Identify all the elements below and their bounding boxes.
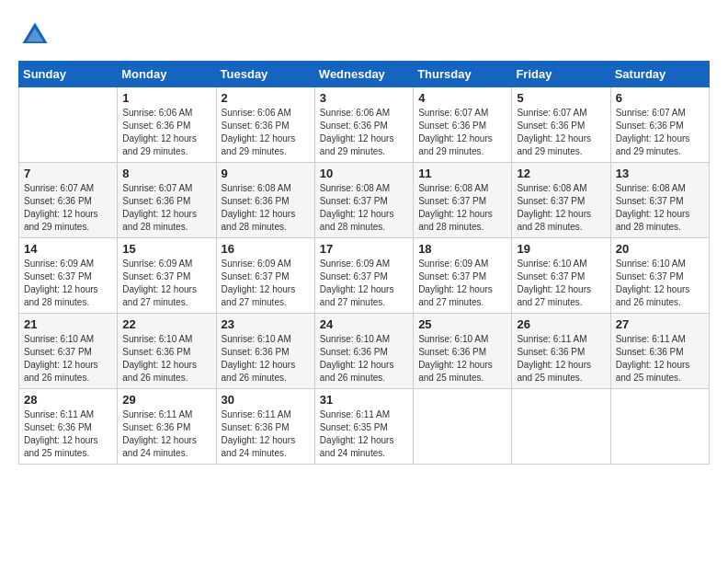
calendar-cell: 29Sunrise: 6:11 AM Sunset: 6:36 PM Dayli… xyxy=(118,389,216,465)
calendar-cell: 13Sunrise: 6:08 AM Sunset: 6:37 PM Dayli… xyxy=(610,163,709,238)
calendar-week-row: 21Sunrise: 6:10 AM Sunset: 6:37 PM Dayli… xyxy=(19,314,710,389)
calendar-cell: 21Sunrise: 6:10 AM Sunset: 6:37 PM Dayli… xyxy=(19,314,118,389)
calendar-table: SundayMondayTuesdayWednesdayThursdayFrid… xyxy=(18,61,710,465)
logo-icon xyxy=(18,18,51,52)
day-info: Sunrise: 6:06 AM Sunset: 6:36 PM Dayligh… xyxy=(122,107,210,158)
calendar-cell: 6Sunrise: 6:07 AM Sunset: 6:36 PM Daylig… xyxy=(610,87,709,163)
calendar-cell: 10Sunrise: 6:08 AM Sunset: 6:37 PM Dayli… xyxy=(314,163,413,238)
day-info: Sunrise: 6:08 AM Sunset: 6:37 PM Dayligh… xyxy=(517,182,605,234)
calendar-week-row: 14Sunrise: 6:09 AM Sunset: 6:37 PM Dayli… xyxy=(19,238,710,314)
calendar-cell: 15Sunrise: 6:09 AM Sunset: 6:37 PM Dayli… xyxy=(118,238,216,314)
day-info: Sunrise: 6:09 AM Sunset: 6:37 PM Dayligh… xyxy=(222,258,310,309)
calendar-cell: 14Sunrise: 6:09 AM Sunset: 6:37 PM Dayli… xyxy=(19,238,118,314)
page-header xyxy=(18,18,710,52)
day-info: Sunrise: 6:10 AM Sunset: 6:37 PM Dayligh… xyxy=(517,258,605,309)
calendar-cell: 18Sunrise: 6:09 AM Sunset: 6:37 PM Dayli… xyxy=(414,238,512,314)
calendar-cell xyxy=(512,389,610,465)
calendar-cell: 20Sunrise: 6:10 AM Sunset: 6:37 PM Dayli… xyxy=(610,238,709,314)
day-number: 11 xyxy=(418,167,506,180)
calendar-header-friday: Friday xyxy=(512,62,610,87)
day-number: 13 xyxy=(616,167,704,180)
calendar-cell: 25Sunrise: 6:10 AM Sunset: 6:36 PM Dayli… xyxy=(414,314,512,389)
day-number: 5 xyxy=(517,91,605,105)
calendar-cell: 17Sunrise: 6:09 AM Sunset: 6:37 PM Dayli… xyxy=(314,238,413,314)
calendar-cell: 4Sunrise: 6:07 AM Sunset: 6:36 PM Daylig… xyxy=(414,87,512,163)
day-number: 19 xyxy=(517,242,605,256)
day-info: Sunrise: 6:10 AM Sunset: 6:36 PM Dayligh… xyxy=(222,333,310,385)
day-info: Sunrise: 6:08 AM Sunset: 6:37 PM Dayligh… xyxy=(616,182,704,234)
day-number: 2 xyxy=(222,91,310,105)
day-number: 10 xyxy=(320,167,408,180)
day-info: Sunrise: 6:06 AM Sunset: 6:36 PM Dayligh… xyxy=(222,107,310,158)
day-number: 12 xyxy=(517,167,605,180)
day-number: 18 xyxy=(418,242,506,256)
day-number: 17 xyxy=(320,242,408,256)
day-number: 16 xyxy=(222,242,310,256)
day-number: 1 xyxy=(122,91,210,105)
calendar-header-tuesday: Tuesday xyxy=(216,62,314,87)
day-info: Sunrise: 6:10 AM Sunset: 6:36 PM Dayligh… xyxy=(418,333,506,385)
calendar-cell: 5Sunrise: 6:07 AM Sunset: 6:36 PM Daylig… xyxy=(512,87,610,163)
calendar-cell: 19Sunrise: 6:10 AM Sunset: 6:37 PM Dayli… xyxy=(512,238,610,314)
day-number: 14 xyxy=(24,242,112,256)
day-info: Sunrise: 6:09 AM Sunset: 6:37 PM Dayligh… xyxy=(418,258,506,309)
calendar-cell: 3Sunrise: 6:06 AM Sunset: 6:36 PM Daylig… xyxy=(314,87,413,163)
day-number: 27 xyxy=(616,317,704,331)
calendar-cell: 8Sunrise: 6:07 AM Sunset: 6:36 PM Daylig… xyxy=(118,163,216,238)
calendar-cell xyxy=(610,389,709,465)
day-number: 4 xyxy=(418,91,506,105)
calendar-cell: 24Sunrise: 6:10 AM Sunset: 6:36 PM Dayli… xyxy=(314,314,413,389)
calendar-cell: 27Sunrise: 6:11 AM Sunset: 6:36 PM Dayli… xyxy=(610,314,709,389)
day-number: 7 xyxy=(24,167,112,180)
day-number: 24 xyxy=(320,317,408,331)
calendar-cell: 26Sunrise: 6:11 AM Sunset: 6:36 PM Dayli… xyxy=(512,314,610,389)
day-info: Sunrise: 6:11 AM Sunset: 6:35 PM Dayligh… xyxy=(320,408,408,460)
day-info: Sunrise: 6:10 AM Sunset: 6:37 PM Dayligh… xyxy=(24,333,112,385)
day-number: 31 xyxy=(320,393,408,407)
day-number: 25 xyxy=(418,317,506,331)
calendar-cell: 30Sunrise: 6:11 AM Sunset: 6:36 PM Dayli… xyxy=(216,389,314,465)
day-number: 9 xyxy=(222,167,310,180)
day-info: Sunrise: 6:07 AM Sunset: 6:36 PM Dayligh… xyxy=(122,182,210,234)
calendar-cell xyxy=(19,87,118,163)
day-info: Sunrise: 6:07 AM Sunset: 6:36 PM Dayligh… xyxy=(616,107,704,158)
day-info: Sunrise: 6:09 AM Sunset: 6:37 PM Dayligh… xyxy=(122,258,210,309)
calendar-cell: 31Sunrise: 6:11 AM Sunset: 6:35 PM Dayli… xyxy=(314,389,413,465)
calendar-cell: 9Sunrise: 6:08 AM Sunset: 6:36 PM Daylig… xyxy=(216,163,314,238)
day-number: 21 xyxy=(24,317,112,331)
calendar-cell: 16Sunrise: 6:09 AM Sunset: 6:37 PM Dayli… xyxy=(216,238,314,314)
calendar-cell: 11Sunrise: 6:08 AM Sunset: 6:37 PM Dayli… xyxy=(414,163,512,238)
day-number: 6 xyxy=(616,91,704,105)
calendar-header-wednesday: Wednesday xyxy=(314,62,413,87)
calendar-header-sunday: Sunday xyxy=(19,62,118,87)
day-number: 26 xyxy=(517,317,605,331)
day-info: Sunrise: 6:09 AM Sunset: 6:37 PM Dayligh… xyxy=(24,258,112,309)
calendar-header-saturday: Saturday xyxy=(610,62,709,87)
day-number: 22 xyxy=(122,317,210,331)
calendar-header-thursday: Thursday xyxy=(414,62,512,87)
day-number: 30 xyxy=(222,393,310,407)
day-info: Sunrise: 6:11 AM Sunset: 6:36 PM Dayligh… xyxy=(517,333,605,385)
calendar-cell: 7Sunrise: 6:07 AM Sunset: 6:36 PM Daylig… xyxy=(19,163,118,238)
day-number: 15 xyxy=(122,242,210,256)
day-info: Sunrise: 6:10 AM Sunset: 6:37 PM Dayligh… xyxy=(616,258,704,309)
day-number: 28 xyxy=(24,393,112,407)
day-info: Sunrise: 6:08 AM Sunset: 6:37 PM Dayligh… xyxy=(320,182,408,234)
day-number: 29 xyxy=(122,393,210,407)
day-number: 20 xyxy=(616,242,704,256)
day-info: Sunrise: 6:11 AM Sunset: 6:36 PM Dayligh… xyxy=(122,408,210,460)
calendar-week-row: 7Sunrise: 6:07 AM Sunset: 6:36 PM Daylig… xyxy=(19,163,710,238)
day-info: Sunrise: 6:07 AM Sunset: 6:36 PM Dayligh… xyxy=(517,107,605,158)
calendar-cell xyxy=(414,389,512,465)
calendar-week-row: 1Sunrise: 6:06 AM Sunset: 6:36 PM Daylig… xyxy=(19,87,710,163)
calendar-cell: 12Sunrise: 6:08 AM Sunset: 6:37 PM Dayli… xyxy=(512,163,610,238)
day-info: Sunrise: 6:06 AM Sunset: 6:36 PM Dayligh… xyxy=(320,107,408,158)
day-info: Sunrise: 6:11 AM Sunset: 6:36 PM Dayligh… xyxy=(24,408,112,460)
calendar-week-row: 28Sunrise: 6:11 AM Sunset: 6:36 PM Dayli… xyxy=(19,389,710,465)
day-info: Sunrise: 6:11 AM Sunset: 6:36 PM Dayligh… xyxy=(616,333,704,385)
day-info: Sunrise: 6:09 AM Sunset: 6:37 PM Dayligh… xyxy=(320,258,408,309)
day-info: Sunrise: 6:07 AM Sunset: 6:36 PM Dayligh… xyxy=(418,107,506,158)
day-number: 3 xyxy=(320,91,408,105)
day-info: Sunrise: 6:11 AM Sunset: 6:36 PM Dayligh… xyxy=(222,408,310,460)
day-info: Sunrise: 6:10 AM Sunset: 6:36 PM Dayligh… xyxy=(320,333,408,385)
